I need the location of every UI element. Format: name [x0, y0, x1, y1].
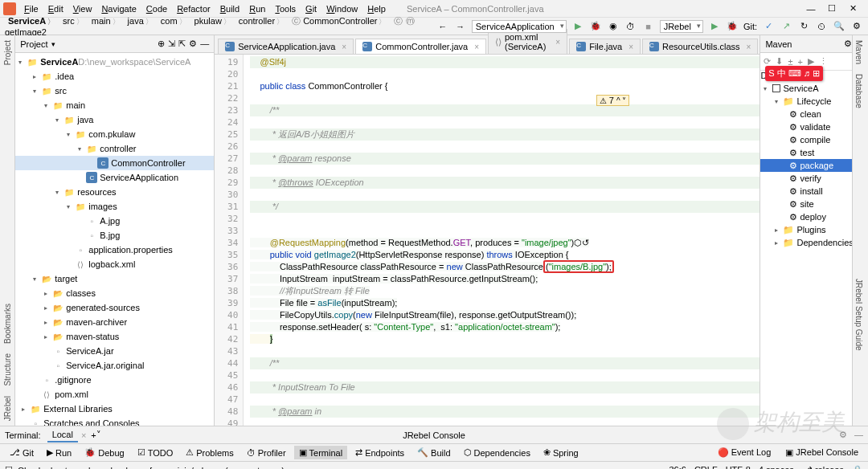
tree-row[interactable]: ▸📂maven-archiver [15, 315, 214, 329]
inspection-badge[interactable]: ⚠ 7 ^ ˅ [596, 95, 630, 106]
code-editor[interactable]: @Slf4j public class CommonController { /… [244, 55, 760, 426]
editor-tab[interactable]: CServiceAApplication.java× [218, 39, 354, 54]
terminal-tab-local[interactable]: Local [47, 428, 78, 442]
tab-structure[interactable]: Structure [2, 349, 14, 391]
tree-row[interactable]: ▸📂maven-status [15, 329, 214, 344]
tab-jrebel[interactable]: JRebel [2, 391, 14, 426]
breadcrumb[interactable]: com [158, 15, 190, 27]
tree-row[interactable]: ▸📁.idea [15, 69, 214, 84]
close-tab-icon[interactable]: × [342, 43, 346, 51]
menu-edit[interactable]: Edit [43, 2, 68, 15]
terminal-settings-icon[interactable]: ⚙ [839, 430, 847, 439]
tree-row[interactable]: ▫A.jpg [15, 214, 214, 228]
git-push-icon[interactable]: ↗ [780, 20, 792, 33]
breadcrumb[interactable]: main [88, 15, 123, 27]
tree-row[interactable]: CCommonController [15, 156, 214, 170]
tree-row[interactable]: ▾📁java [15, 112, 214, 127]
run-icon[interactable]: ▶ [571, 20, 584, 33]
tree-row[interactable]: ▫.gitignore [15, 373, 214, 387]
toolwin-profiler[interactable]: ⏱Profiler [242, 447, 291, 459]
tree-row[interactable]: ▾📁main [15, 98, 214, 112]
tree-row[interactable]: ▫ServiceA.jar.original [15, 358, 214, 373]
menu-run[interactable]: Run [244, 2, 270, 15]
tab-jrebel-guide[interactable]: JRebel Setup Guide [853, 274, 865, 356]
status-branch[interactable]: ⎇ release [802, 465, 844, 469]
tree-row[interactable]: ▾📁resources [15, 185, 214, 199]
toolwin-jrebel-console[interactable]: ▣ JRebel Console [780, 446, 863, 459]
tree-row[interactable]: ▫B.jpg [15, 228, 214, 243]
profiler-icon[interactable]: ⏱ [624, 20, 637, 33]
close-tab-icon[interactable]: × [555, 38, 560, 47]
menu-build[interactable]: Build [215, 2, 244, 15]
settings-icon[interactable]: ⚙ [189, 39, 197, 49]
tree-row[interactable]: ▾📁com.pkulaw [15, 127, 214, 141]
tab-maven[interactable]: Maven [853, 35, 865, 69]
jrebel-run-icon[interactable]: ▶ [708, 20, 721, 33]
menu-code[interactable]: Code [141, 2, 172, 15]
tree-row[interactable]: ▾📂target [15, 271, 214, 286]
menu-view[interactable]: View [68, 2, 97, 15]
toolwin-spring[interactable]: ❀Spring [538, 446, 583, 459]
breadcrumb[interactable]: java [125, 15, 156, 27]
tree-row[interactable]: CServiceAApplication [15, 170, 214, 185]
breadcrumb[interactable]: ⓒ CommonController [289, 15, 389, 27]
toolwin-eventlog[interactable]: 🔴 Event Log [713, 446, 776, 459]
run-config-combo[interactable]: ServiceAApplication [472, 20, 567, 33]
close-tab-icon[interactable]: × [628, 43, 633, 51]
tree-row[interactable]: ⟨⟩logback.xml [15, 257, 214, 271]
git-pull-icon[interactable]: ✓ [762, 20, 775, 33]
menu-help[interactable]: Help [362, 2, 391, 15]
breadcrumb[interactable]: pkulaw [191, 15, 234, 27]
close-tab-icon[interactable]: × [474, 43, 479, 51]
forward-icon[interactable]: → [454, 20, 467, 33]
tree-row[interactable]: ⟨⟩pom.xml [15, 387, 214, 402]
close-icon[interactable]: ✕ [847, 3, 858, 14]
tree-row[interactable]: ▫Scratches and Consoles [15, 416, 214, 426]
collapse-icon[interactable]: ⇱ [178, 39, 186, 49]
terminal-dropdown-icon[interactable]: ˅ [96, 430, 101, 440]
editor-tab[interactable]: CResourceUtils.class× [642, 39, 758, 54]
tree-row[interactable]: ▾📁images [15, 199, 214, 214]
menu-window[interactable]: Window [321, 2, 362, 15]
minimize-icon[interactable]: — [805, 3, 817, 14]
status-lock-icon[interactable]: 🔒 [852, 465, 863, 469]
jrebel-debug-icon[interactable]: 🐞 [726, 20, 739, 33]
tab-database[interactable]: Database [853, 69, 865, 113]
status-encoding[interactable]: UTF-8 [726, 465, 751, 469]
breadcrumb[interactable]: ServiceA [5, 15, 58, 27]
coverage-icon[interactable]: ◉ [607, 20, 620, 33]
maximize-icon[interactable]: ☐ [826, 3, 837, 14]
toolwin-todo[interactable]: ☑TODO [133, 446, 178, 459]
status-eol[interactable]: CRLF [694, 465, 718, 469]
toolwin-endpoints[interactable]: ⇄Endpoints [350, 446, 409, 459]
ime-toolbar[interactable]: S 中 ⌨ ♬ ⊞ [765, 66, 823, 81]
hide-icon[interactable]: — [200, 39, 209, 49]
menu-refactor[interactable]: Refactor [172, 2, 215, 15]
breadcrumb[interactable]: controller [235, 15, 287, 27]
git-history-icon[interactable]: ⏲ [815, 20, 828, 33]
terminal-tab-close-icon[interactable]: × [81, 430, 86, 440]
tree-row[interactable]: ▾📁src [15, 84, 214, 98]
search-icon[interactable]: 🔍 [833, 20, 845, 33]
toolwin-problems[interactable]: ⚠Problems [181, 446, 238, 459]
select-opened-icon[interactable]: ⊕ [158, 39, 165, 49]
toolwin-git[interactable]: ⎇Git [5, 446, 39, 459]
download-icon[interactable]: ± [788, 57, 792, 67]
menu-file[interactable]: File [19, 2, 43, 15]
add-icon[interactable]: + [797, 57, 802, 67]
toolwin-terminal[interactable]: ▣Terminal [294, 446, 348, 459]
menu-tools[interactable]: Tools [270, 2, 301, 15]
expand-icon[interactable]: ⇲ [168, 39, 175, 49]
tree-row[interactable]: ▫application.properties [15, 243, 214, 257]
tree-row[interactable]: ▾📁controller [15, 141, 214, 156]
menu-navigate[interactable]: Navigate [96, 2, 141, 15]
toolwin-run[interactable]: ▶Run [42, 446, 76, 459]
toolwin-dependencies[interactable]: ⬡Dependencies [459, 446, 535, 459]
editor-tab[interactable]: CCommonController.java× [355, 39, 486, 54]
git-update-icon[interactable]: ↻ [797, 20, 810, 33]
editor-tab[interactable]: ⟨⟩pom.xml (ServiceA)× [488, 29, 567, 54]
back-icon[interactable]: ← [436, 20, 449, 33]
jrebel-combo[interactable]: JRebel [660, 20, 703, 33]
tab-bookmarks[interactable]: Bookmarks [2, 299, 14, 349]
status-icon[interactable]: ☐ [5, 465, 13, 469]
